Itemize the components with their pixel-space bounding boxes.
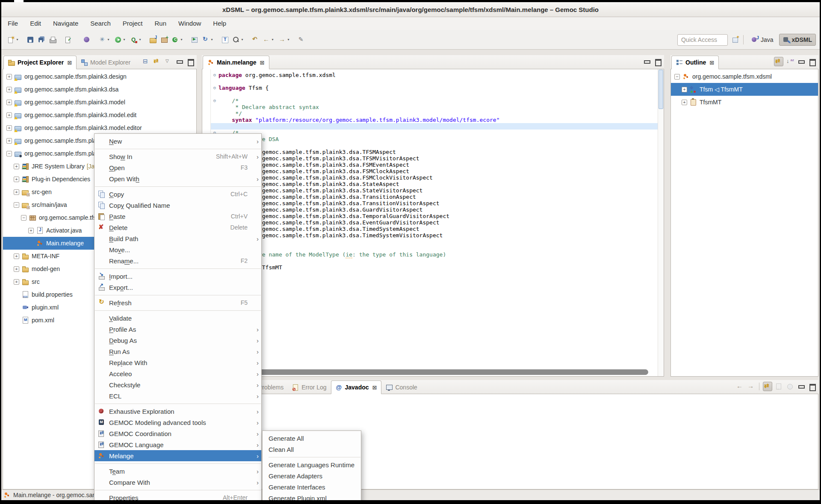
code-editor[interactable]: ⊖package org.gemoc.sample.tfsm.xdsml⊖lan… [202,69,664,377]
expander-icon[interactable]: + [28,228,34,233]
outline-item[interactable]: + TfsmMT [671,96,818,109]
tab-console[interactable]: Console ⊠ [381,380,421,394]
view-menu-button[interactable] [163,57,173,66]
open-perspective-icon[interactable] [732,36,739,43]
context-menu-item[interactable]: › [95,293,261,297]
chevron-down-icon[interactable]: ▾ [122,38,126,41]
external-tools-button[interactable]: ▾ [190,33,199,46]
outline-tree[interactable]: − org.gemoc.sample.tfsm.xdsml + Tfsm ◁ T… [671,69,818,109]
context-menu-item-move[interactable]: Move... › [95,244,261,255]
context-menu-item-show-in[interactable]: Show In Shift+Alt+W › [95,151,261,162]
context-menu-item-checkstyle[interactable]: Checkstyle › [95,379,261,390]
chevron-down-icon[interactable]: ▾ [15,38,19,41]
context-menu-item-gemoc-coordination[interactable]: GEMOC Coordination › [95,428,261,439]
submenu-item-generate-interfaces[interactable]: Generate Interfaces › [263,481,361,492]
save-all-button[interactable]: ▾ [37,33,46,46]
open-attached-javadoc-button[interactable] [774,382,783,391]
expander-icon[interactable]: + [6,87,12,92]
context-menu-item[interactable]: › [95,461,261,466]
context-menu-item-rename[interactable]: Rename... F2 › [95,255,261,266]
link-with-editor-button[interactable] [763,382,772,391]
submenu-item-generate-all[interactable]: Generate All › [263,433,361,444]
expander-icon[interactable]: + [14,279,19,285]
tab-error-log[interactable]: Error Log ⊠ [288,380,331,394]
tree-item[interactable]: + org.gemoc.sample.tfsm.plaink3.model [3,96,196,109]
minimize-button[interactable] [174,57,184,66]
expander-icon[interactable]: + [14,189,19,195]
vertical-scrollbar[interactable] [658,69,664,376]
print-button[interactable]: ▾ [48,33,57,46]
expander-icon[interactable]: + [682,87,687,92]
maximize-button[interactable] [186,57,195,66]
expander-icon[interactable]: + [6,74,12,80]
new-class-button[interactable]: ▾ [171,33,184,46]
context-menu-item-export[interactable]: Export... › [95,282,261,293]
context-menu-item-melange[interactable]: Melange › [95,450,261,461]
fold-marker-icon[interactable]: ⊖ [211,97,219,104]
close-icon[interactable]: ⊠ [67,59,72,66]
tab-javadoc[interactable]: Javadoc ⊠ [331,380,382,394]
menubar-item-project[interactable]: Project [117,17,149,30]
context-menu-item-team[interactable]: Team › [95,466,261,477]
run-button[interactable]: ▾ [114,33,127,46]
maximize-button[interactable] [653,57,662,66]
expander-icon[interactable]: + [14,253,19,259]
perspective-java[interactable]: Java [748,34,777,46]
submenu-item[interactable]: › [263,455,361,459]
expander-icon[interactable]: + [6,138,12,144]
coverage-button[interactable]: ▾ [130,33,143,46]
context-menu-item-open-with[interactable]: Open With › [95,173,261,184]
close-icon[interactable]: ⊠ [260,59,265,66]
last-edit-location-button[interactable]: ▾ [251,33,260,46]
run-history-button[interactable]: ▾ [201,33,215,46]
maximize-button[interactable] [807,57,817,66]
context-menu-item-open[interactable]: Open F3 › [95,162,261,173]
horizontal-scrollbar-thumb[interactable] [207,369,648,375]
java-application-button[interactable]: ▾ [83,33,91,46]
panel-button[interactable] [759,383,759,390]
fold-marker-icon[interactable]: ⊖ [211,85,219,91]
context-menu-item-exhaustive-exploration[interactable]: Exhaustive Exploration › [95,406,261,417]
menubar-item-file[interactable]: File [2,17,24,30]
open-external-browser-button[interactable] [785,382,794,391]
checkin-button[interactable]: ▾ [64,33,72,46]
context-menu-item-profile-as[interactable]: Profile As › [95,324,261,335]
menubar-item-edit[interactable]: Edit [24,17,47,30]
context-menu-item[interactable]: › [95,401,261,406]
context-menu-item-debug-as[interactable]: Debug As › [95,335,261,346]
context-menu-item-copy[interactable]: Copy Ctrl+C › [95,189,261,200]
chevron-down-icon[interactable]: ▾ [138,38,142,41]
save-button[interactable]: ▾ [26,33,35,46]
link-with-editor-button[interactable] [774,57,783,66]
chevron-down-icon[interactable]: ▾ [240,38,244,41]
minimize-button[interactable] [796,382,806,391]
chevron-down-icon[interactable]: ▾ [180,38,183,41]
menubar-item-navigate[interactable]: Navigate [47,17,84,30]
tab-outline[interactable]: Outline ⊠ [671,56,719,69]
tab-project-explorer[interactable]: Project Explorer ⊠ [3,56,77,69]
context-menu-item[interactable]: › [95,266,261,271]
context-menu-item-copy-qualified-name[interactable]: Copy Qualified Name › [95,200,261,211]
chevron-down-icon[interactable]: ▾ [271,38,275,41]
tree-item[interactable]: + org.gemoc.sample.tfsm.plaink3.dsa [3,83,196,96]
context-menu-item-new[interactable]: New › [95,136,261,147]
context-menu-item-build-path[interactable]: Build Path › [95,233,261,244]
outline-item[interactable]: + Tfsm ◁ TfsmMT [671,83,818,96]
expander-icon[interactable]: − [674,74,680,80]
mark-occurrences-button[interactable]: ▾ [297,33,306,46]
debug-button[interactable]: ▾ [98,33,111,46]
back-button[interactable]: ▾ [262,33,275,46]
context-menu-item[interactable]: › [95,308,261,312]
link-with-editor-button[interactable] [152,57,162,66]
menubar-item-help[interactable]: Help [207,17,232,30]
expander-icon[interactable]: − [14,202,19,208]
tree-item[interactable]: + org.gemoc.sample.tfsm.plaink3.model.ed… [3,121,196,134]
new-java-project-button[interactable]: ▾ [149,33,157,46]
context-menu-item-compare-with[interactable]: Compare With › [95,477,261,488]
chevron-down-icon[interactable]: ▾ [106,38,110,41]
context-menu-item-gemoc-language[interactable]: GEMOC Language › [95,439,261,450]
submenu-item-generate-adapters[interactable]: Generate Adapters › [263,470,361,481]
new-wizard-button[interactable]: ▾ [7,33,20,46]
search-button[interactable]: ▾ [232,33,245,46]
expander-icon[interactable]: + [6,112,12,118]
